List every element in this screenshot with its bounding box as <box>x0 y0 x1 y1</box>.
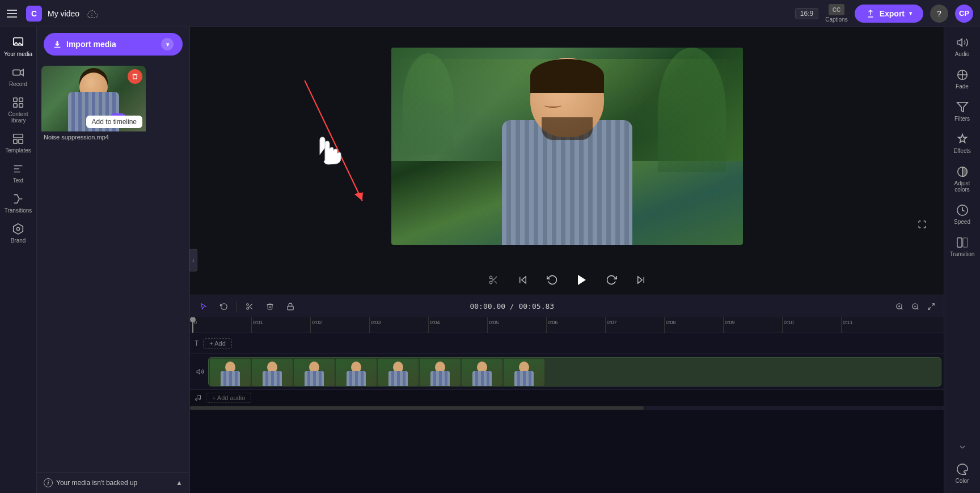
svg-rect-3 <box>14 98 17 101</box>
video-track[interactable] <box>190 354 944 390</box>
add-to-timeline-icon <box>111 113 125 128</box>
sidebar-item-text[interactable]: Text <box>1 158 35 188</box>
delete-media-button[interactable] <box>128 69 142 84</box>
timeline-scrollbar[interactable] <box>190 406 944 410</box>
aspect-ratio-badge[interactable]: 16:9 <box>795 8 818 19</box>
sidebar-item-content-library[interactable]: Content library <box>1 92 35 128</box>
sidebar-item-label: Record <box>9 81 27 87</box>
import-dropdown-chevron[interactable]: ▾ <box>161 38 174 50</box>
fullscreen-button[interactable] <box>918 220 927 231</box>
zoom-in-button[interactable] <box>893 300 906 313</box>
sidebar-item-templates[interactable]: Templates <box>1 128 35 158</box>
svg-line-26 <box>250 307 252 309</box>
scissors-icon <box>488 275 499 285</box>
speed-label: Speed <box>954 219 970 225</box>
media-thumbnail: Add to timeline <box>41 66 146 131</box>
adjust-colors-label: Adjust colors <box>948 180 977 193</box>
chevron-down-sidebar-icon[interactable] <box>958 443 967 452</box>
svg-marker-21 <box>637 277 642 283</box>
skip-back-button[interactable] <box>514 271 532 289</box>
right-sidebar-filters[interactable]: Filters <box>946 96 979 126</box>
scissors-button[interactable] <box>484 271 502 289</box>
scrollbar-thumb[interactable] <box>190 406 644 410</box>
play-icon <box>575 273 589 287</box>
svg-point-13 <box>489 276 492 279</box>
svg-rect-2 <box>13 70 20 75</box>
right-sidebar-transition[interactable]: Transition <box>946 232 979 262</box>
rewind-button[interactable] <box>543 271 561 289</box>
cut-button[interactable] <box>242 299 257 314</box>
backup-warning-bar: i Your media isn't backed up ▲ <box>37 472 189 493</box>
sidebar-item-your-media[interactable]: Your media <box>1 32 35 62</box>
captions-button[interactable]: CC Captions <box>825 4 847 23</box>
topbar-left: C My video <box>7 6 99 22</box>
lock-button[interactable] <box>282 299 298 314</box>
transition-sidebar-icon <box>956 236 969 249</box>
sidebar-item-label: Transitions <box>5 207 32 214</box>
select-tool-button[interactable] <box>196 299 212 314</box>
right-sidebar-effects[interactable]: Effects <box>946 129 979 159</box>
templates-icon <box>12 133 24 145</box>
ruler-marks: 0 0:01 0:02 0:03 0:04 0:05 0:06 0:07 0:0… <box>190 317 900 333</box>
zoom-out-button[interactable] <box>909 300 922 313</box>
clip-frame <box>378 359 419 386</box>
right-sidebar-audio[interactable]: Audio <box>946 32 979 62</box>
user-avatar[interactable]: CP <box>955 5 973 23</box>
media-panel: Import media ▾ <box>37 27 190 493</box>
effects-sidebar-icon <box>956 133 969 146</box>
sidebar-item-record[interactable]: Record <box>1 62 35 92</box>
media-grid: Add to timeline Noise suppression.mp4 <box>37 61 189 472</box>
undo-button[interactable] <box>216 299 232 314</box>
right-sidebar-speed[interactable]: Speed <box>946 199 979 230</box>
fit-timeline-button[interactable] <box>924 300 938 313</box>
cursor-icon <box>200 303 208 311</box>
svg-rect-5 <box>14 104 17 107</box>
color-label: Color <box>956 478 969 484</box>
fast-forward-button[interactable] <box>602 271 620 289</box>
svg-rect-4 <box>19 98 23 101</box>
svg-point-39 <box>199 398 201 400</box>
play-button[interactable] <box>573 271 591 289</box>
audio-label: Audio <box>955 51 970 57</box>
add-text-button[interactable]: + Add <box>203 338 231 348</box>
video-clip[interactable] <box>208 357 941 386</box>
add-audio-button[interactable]: + Add audio <box>206 393 251 403</box>
clip-frame <box>420 359 461 386</box>
sidebar-item-brand-kit[interactable]: Brand <box>1 218 35 248</box>
right-sidebar-fade[interactable]: Fade <box>946 64 979 94</box>
sidebar-item-transitions[interactable]: Transitions <box>1 188 35 218</box>
backup-warning-chevron[interactable]: ▲ <box>176 479 183 487</box>
skip-forward-button[interactable] <box>632 271 650 289</box>
clip-frame <box>294 359 335 386</box>
svg-point-14 <box>489 281 492 284</box>
topbar-right: 16:9 CC Captions Export ▾ ? CP <box>795 4 973 23</box>
playhead-line <box>192 317 193 333</box>
fade-label: Fade <box>956 83 969 90</box>
zoom-in-icon <box>895 303 903 311</box>
delete-clip-button[interactable] <box>262 299 278 314</box>
sidebar-item-label: Templates <box>5 147 31 154</box>
fast-forward-icon <box>606 274 617 286</box>
hamburger-menu[interactable] <box>7 7 20 20</box>
svg-rect-7 <box>14 134 23 138</box>
svg-line-16 <box>494 281 496 283</box>
lock-icon <box>286 303 294 311</box>
svg-rect-6 <box>19 104 23 107</box>
timeline-zoom <box>893 300 938 313</box>
help-button[interactable]: ? <box>930 5 948 23</box>
brand-icon <box>12 223 24 235</box>
right-sidebar-adjust-colors[interactable]: Adjust colors <box>946 161 979 197</box>
svg-marker-18 <box>521 277 526 283</box>
filters-label: Filters <box>954 116 970 122</box>
ruler-mark: 0:09 <box>723 317 782 333</box>
rewind-icon <box>547 274 558 286</box>
trash-icon <box>132 73 138 80</box>
panel-collapse-button[interactable]: ‹ <box>189 249 197 271</box>
right-sidebar-color[interactable]: Color <box>946 458 979 488</box>
ruler-mark: 0:05 <box>487 317 546 333</box>
media-item[interactable]: Add to timeline Noise suppression.mp4 <box>41 66 146 142</box>
export-button[interactable]: Export ▾ <box>855 5 923 23</box>
import-media-button[interactable]: Import media ▾ <box>44 33 183 56</box>
svg-rect-45 <box>962 238 967 248</box>
svg-rect-44 <box>957 238 961 248</box>
